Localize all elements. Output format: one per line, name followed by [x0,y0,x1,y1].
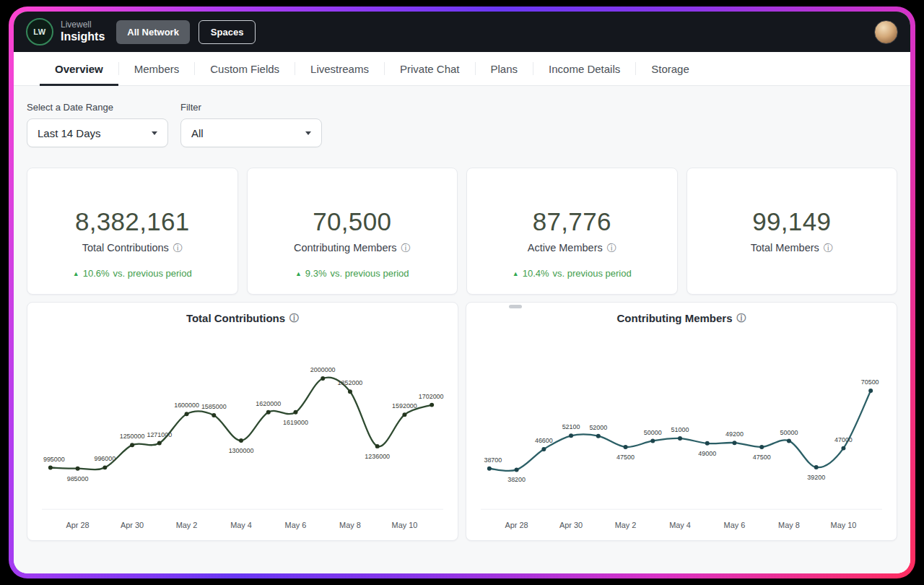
info-icon[interactable]: ⓘ [824,243,833,253]
svg-text:49200: 49200 [725,430,744,438]
info-icon[interactable]: ⓘ [173,243,183,253]
chevron-down-icon [152,131,157,135]
spaces-button[interactable]: Spaces [199,20,256,44]
tab-storage[interactable]: Storage [636,52,705,85]
svg-text:1620000: 1620000 [256,400,281,407]
brand-name: Livewell [61,20,105,30]
svg-text:1600000: 1600000 [174,402,199,409]
stat-label: Contributing Members [294,242,397,254]
stat-change-suffix: vs. previous period [553,268,632,279]
svg-text:1585000: 1585000 [201,403,227,410]
svg-text:996000: 996000 [94,455,116,462]
svg-text:47500: 47500 [753,454,771,461]
all-network-button[interactable]: All Network [116,20,190,44]
svg-text:May 6: May 6 [285,521,307,529]
svg-text:1852000: 1852000 [338,379,363,386]
svg-text:May 6: May 6 [724,521,746,529]
brand: Livewell Insights [61,20,105,43]
svg-text:May 4: May 4 [230,521,252,529]
tab-plans[interactable]: Plans [476,52,533,85]
scrollbar-thumb[interactable] [509,305,522,308]
svg-text:May 10: May 10 [392,521,418,529]
stat-change-pct: 10.4% [523,268,549,279]
svg-text:985000: 985000 [67,475,89,482]
line-chart-total-contributions: 9950009850009960001250000127100016000001… [35,326,450,537]
stat-value: 8,382,161 [75,209,189,234]
chevron-down-icon [305,131,311,135]
svg-text:39200: 39200 [807,474,825,481]
svg-text:49000: 49000 [698,450,716,457]
svg-text:1619000: 1619000 [283,419,308,426]
svg-text:38200: 38200 [507,476,526,483]
filter-label: Filter [180,102,322,113]
stat-card-contributing-members: 70,500 Contributing Members ⓘ ▲ 9.3% vs.… [247,168,458,295]
chart-card-contributing-members: Contributing Members ⓘ 38700382004660052… [466,302,897,541]
top-bar: LW Livewell Insights All Network Spaces [14,12,910,52]
info-icon[interactable]: ⓘ [401,243,411,253]
svg-text:Apr 30: Apr 30 [121,521,144,529]
stat-value: 70,500 [313,209,391,234]
line-chart-contributing-members: 3870038200466005210052000475005000051000… [474,326,889,537]
svg-text:46600: 46600 [535,437,553,444]
info-icon[interactable]: ⓘ [737,313,746,323]
stat-label: Total Contributions [82,242,169,254]
up-arrow-icon: ▲ [295,270,302,277]
avatar[interactable] [874,20,898,44]
stat-label: Total Members [751,242,819,254]
brand-product: Insights [61,30,105,43]
tab-overview[interactable]: Overview [40,52,118,85]
svg-text:Apr 28: Apr 28 [66,521,90,529]
svg-text:Apr 30: Apr 30 [559,521,583,529]
svg-text:50000: 50000 [780,429,798,436]
info-icon[interactable]: ⓘ [607,243,616,253]
svg-text:1300000: 1300000 [229,447,254,454]
stat-cards-row: 8,382,161 Total Contributions ⓘ ▲ 10.6% … [27,168,897,295]
svg-text:52000: 52000 [589,424,607,431]
filters-row: Select a Date Range Last 14 Days Filter … [27,102,897,147]
svg-text:May 8: May 8 [339,521,361,529]
svg-text:47000: 47000 [834,436,853,443]
svg-text:May 2: May 2 [176,521,198,529]
tab-livestreams[interactable]: Livestreams [295,52,384,85]
tab-private-chat[interactable]: Private Chat [385,52,475,85]
info-icon[interactable]: ⓘ [289,313,299,323]
chart-title: Contributing Members [617,312,733,324]
main-content: Select a Date Range Last 14 Days Filter … [14,86,910,573]
filter-select[interactable]: All [180,118,322,147]
stat-card-total-members: 99,149 Total Members ⓘ [687,168,898,295]
chart-card-total-contributions: Total Contributions ⓘ 995000985000996000… [27,302,458,541]
stat-change-pct: 9.3% [305,268,327,279]
svg-text:1592000: 1592000 [392,402,417,410]
svg-text:May 8: May 8 [778,521,800,529]
svg-text:May 4: May 4 [669,521,691,529]
stat-change: ▲ 10.6% vs. previous period [73,268,192,279]
date-range-value: Last 14 Days [38,127,101,139]
network-switcher: All Network Spaces [116,20,256,44]
brand-logo-icon: LW [26,18,53,46]
date-range-label: Select a Date Range [27,102,168,113]
svg-text:995000: 995000 [43,456,65,463]
svg-text:50000: 50000 [644,429,662,436]
svg-text:51000: 51000 [671,426,689,433]
up-arrow-icon: ▲ [513,270,519,277]
tab-income-details[interactable]: Income Details [533,52,635,85]
stat-label: Active Members [528,242,603,254]
filter-value: All [191,127,204,139]
charts-row: Total Contributions ⓘ 995000985000996000… [27,302,897,541]
stat-card-total-contributions: 8,382,161 Total Contributions ⓘ ▲ 10.6% … [27,168,238,295]
svg-text:May 2: May 2 [615,521,637,529]
tab-custom-fields[interactable]: Custom Fields [195,52,295,85]
date-range-select[interactable]: Last 14 Days [27,118,168,147]
svg-text:1250000: 1250000 [120,433,145,440]
tab-members[interactable]: Members [119,52,195,85]
svg-text:52100: 52100 [562,423,580,430]
stat-value: 99,149 [752,209,831,234]
svg-text:38700: 38700 [484,456,502,464]
date-range-group: Select a Date Range Last 14 Days [27,102,168,147]
window-frame: LW Livewell Insights All Network Spaces … [9,6,915,578]
svg-text:1702000: 1702000 [419,393,444,400]
filter-group: Filter All [180,102,322,147]
app-window: LW Livewell Insights All Network Spaces … [14,12,910,573]
stat-card-active-members: 87,776 Active Members ⓘ ▲ 10.4% vs. prev… [466,168,678,295]
svg-text:2000000: 2000000 [310,366,336,373]
